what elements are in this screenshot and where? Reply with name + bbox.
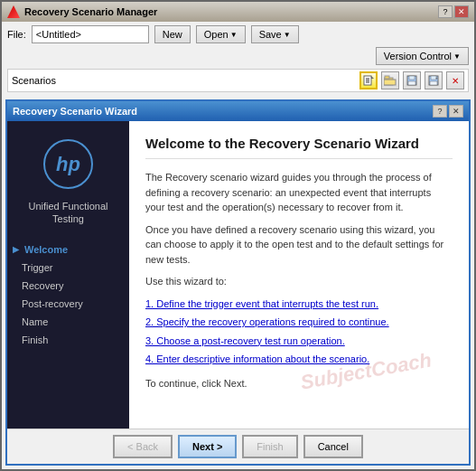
cancel-button[interactable]: Cancel [303, 435, 363, 458]
hp-logo: hp [43, 139, 93, 189]
outer-window: Recovery Scenario Manager ? ✕ File: New … [0, 0, 476, 471]
wizard-content: The Recovery scenario wizard guides you … [145, 170, 453, 391]
close-button[interactable]: ✕ [454, 5, 469, 18]
wizard-content-title: Welcome to the Recovery Scenario Wizard [145, 136, 453, 159]
toolbar-area: File: New Open Save Version Control Scen… [2, 22, 474, 96]
inner-window-title: Recovery Scenario Wizard [13, 106, 137, 117]
inner-window-controls: ? ✕ [433, 105, 463, 118]
right-panel: Welcome to the Recovery Scenario Wizard … [129, 121, 469, 429]
scenarios-row: Scenarios + ✕ [7, 69, 469, 92]
scenarios-label: Scenarios [12, 75, 356, 86]
step-4: 4. Enter descriptive information about t… [145, 352, 453, 367]
closing-text: To continue, click Next. [145, 376, 453, 391]
nav-items: Welcome Trigger Recovery Post-recovery N… [7, 240, 129, 349]
svg-text:+: + [435, 75, 438, 80]
help-button[interactable]: ? [438, 5, 453, 18]
step-1: 1. Define the trigger event that interru… [145, 297, 453, 312]
next-button[interactable]: Next > [178, 435, 237, 458]
inner-help-button[interactable]: ? [433, 105, 447, 118]
step-2: 2. Specify the recovery operations requi… [145, 315, 453, 330]
finish-button[interactable]: Finish [242, 435, 297, 458]
back-button[interactable]: < Back [113, 435, 173, 458]
wizard-body: hp Unified Functional Testing Welcome Tr… [7, 121, 469, 429]
info-paragraph: Once you have defined a recovery scenari… [145, 222, 453, 268]
use-label: Use this wizard to: [145, 274, 453, 289]
save-scenario-icon[interactable] [403, 71, 421, 89]
delete-scenario-icon[interactable]: ✕ [446, 71, 464, 89]
inner-close-button[interactable]: ✕ [449, 105, 463, 118]
inner-window: Recovery Scenario Wizard ? ✕ hp Unified … [5, 99, 471, 466]
open-button[interactable]: Open [196, 25, 246, 43]
svg-rect-9 [409, 76, 415, 80]
version-control-button[interactable]: Version Control [376, 47, 469, 65]
step-3: 3. Choose a post-recovery test run opera… [145, 334, 453, 349]
outer-title-bar: Recovery Scenario Manager ? ✕ [2, 2, 474, 22]
new-scenario-icon[interactable] [359, 71, 378, 89]
svg-rect-7 [384, 80, 396, 85]
nav-item-welcome[interactable]: Welcome [7, 240, 129, 259]
saveas-scenario-icon[interactable]: + [425, 71, 443, 89]
svg-rect-6 [385, 76, 389, 79]
outer-window-title: Recovery Scenario Manager [24, 6, 157, 17]
save-button[interactable]: Save [251, 25, 299, 43]
triangle-icon [7, 5, 20, 18]
svg-rect-13 [430, 81, 437, 85]
file-label: File: [7, 29, 26, 40]
outer-window-controls: ? ✕ [438, 5, 469, 18]
inner-title-bar: Recovery Scenario Wizard ? ✕ [7, 101, 469, 121]
nav-item-post-recovery[interactable]: Post-recovery [7, 295, 129, 313]
file-row: File: New Open Save [7, 25, 469, 43]
open-scenario-icon[interactable] [381, 71, 399, 89]
product-name: Unified Functional Testing [7, 200, 129, 226]
nav-item-name[interactable]: Name [7, 313, 129, 331]
left-panel: hp Unified Functional Testing Welcome Tr… [7, 121, 129, 429]
outer-title-left: Recovery Scenario Manager [7, 5, 157, 18]
intro-paragraph: The Recovery scenario wizard guides you … [145, 170, 453, 215]
nav-item-finish[interactable]: Finish [7, 331, 129, 349]
nav-item-recovery[interactable]: Recovery [7, 277, 129, 295]
hp-logo-text: hp [56, 153, 80, 176]
svg-rect-10 [408, 81, 415, 85]
new-button[interactable]: New [154, 25, 191, 43]
file-input[interactable] [32, 25, 149, 43]
version-row: Version Control [7, 47, 469, 65]
wizard-footer: < Back Next > Finish Cancel [7, 429, 469, 464]
steps-list: 1. Define the trigger event that interru… [145, 297, 453, 367]
nav-item-trigger[interactable]: Trigger [7, 259, 129, 277]
